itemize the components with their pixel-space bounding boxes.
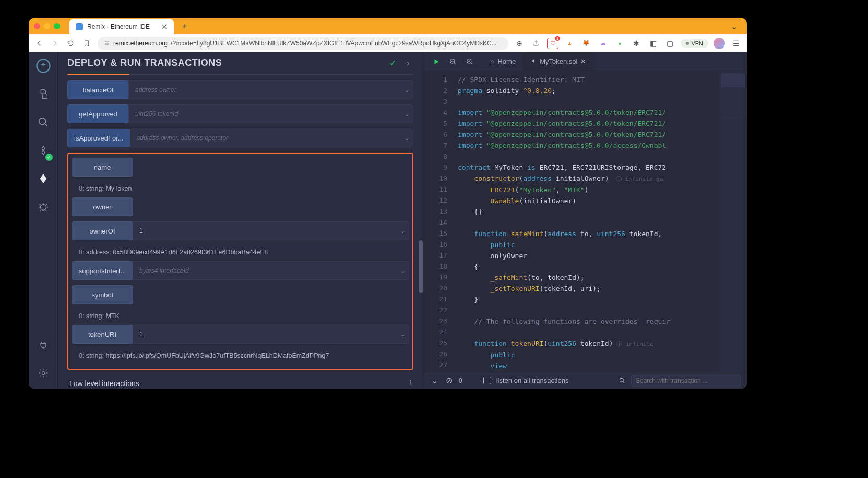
- remix-favicon: [76, 23, 83, 30]
- editor-body[interactable]: 1234567891011121314151617181920212223242…: [423, 71, 747, 372]
- fn-balanceOf-input[interactable]: [135, 86, 407, 94]
- close-window[interactable]: [34, 23, 40, 29]
- svg-point-2: [40, 204, 46, 210]
- deploy-run-panel: DEPLOY & RUN TRANSACTIONS ✓ › balanceOf …: [58, 52, 423, 389]
- minimap[interactable]: [719, 71, 747, 372]
- window-controls: [34, 23, 60, 29]
- fn-ownerOf: ownerOf ⌄: [72, 221, 409, 240]
- tab-home[interactable]: ⌂Home: [483, 52, 523, 71]
- listen-checkbox[interactable]: [483, 377, 491, 384]
- svg-point-3: [42, 372, 44, 375]
- fn-getApproved-button[interactable]: getApproved: [67, 104, 129, 123]
- panel-next-icon[interactable]: ›: [403, 58, 413, 68]
- fn-owner-button[interactable]: owner: [72, 197, 133, 216]
- puzzle-icon[interactable]: ✱: [631, 38, 642, 49]
- forward-icon[interactable]: [50, 38, 60, 49]
- file-explorer-icon[interactable]: [34, 85, 53, 103]
- sidebar-icon[interactable]: ◧: [647, 38, 659, 49]
- panel-scrollbar[interactable]: [419, 240, 423, 293]
- tab-dropdown-icon[interactable]: ⌄: [727, 19, 742, 33]
- close-tab-icon[interactable]: ✕: [580, 57, 586, 65]
- ext2-icon[interactable]: ●: [614, 38, 625, 49]
- fn-isApprovedForAll: isApprovedFor... ⌄: [67, 129, 413, 147]
- settings-icon[interactable]: [34, 364, 53, 382]
- back-icon[interactable]: [34, 38, 44, 49]
- fn-isApprovedForAll-input[interactable]: [137, 134, 407, 142]
- brave-icon[interactable]: ▲: [564, 38, 575, 49]
- code-content[interactable]: // SPDX-License-Identifier: MIT pragma s…: [453, 71, 719, 372]
- debugger-icon[interactable]: [34, 197, 53, 216]
- tune-icon: [104, 40, 110, 46]
- minimize-window[interactable]: [44, 23, 50, 29]
- chevron-down-icon[interactable]: ⌄: [405, 135, 409, 142]
- browser-tab-remix[interactable]: Remix - Ethereum IDE ✕: [69, 19, 174, 34]
- compiler-icon[interactable]: ✓: [34, 141, 53, 160]
- url-field[interactable]: remix.ethereum.org/?#code=Ly8gU1BEWC1MaW…: [98, 37, 508, 50]
- play-icon[interactable]: [431, 56, 442, 67]
- terminal-search-input[interactable]: [631, 375, 741, 387]
- fn-name-button[interactable]: name: [72, 158, 133, 177]
- tab-title: Remix - Ethereum IDE: [87, 23, 157, 30]
- svg-point-1: [39, 118, 45, 125]
- fn-supportsInterface-button[interactable]: supportsInterf...: [72, 261, 133, 280]
- plugin-icon[interactable]: [34, 335, 53, 354]
- fn-isApprovedForAll-button[interactable]: isApprovedFor...: [67, 129, 130, 147]
- profile-avatar[interactable]: [714, 38, 725, 49]
- fn-tokenURI: tokenURI ⌄: [72, 325, 409, 344]
- low-level-heading: Low level interactions: [69, 379, 409, 388]
- chevron-down-icon[interactable]: ⌄: [400, 267, 405, 274]
- collapse-icon[interactable]: ⌄: [430, 376, 439, 386]
- menu-icon[interactable]: ☰: [730, 38, 742, 49]
- fn-tokenURI-input[interactable]: [139, 331, 402, 338]
- highlighted-section: name 0: string: MyToken owner ownerOf ⌄ …: [67, 153, 413, 370]
- tab-mytoken[interactable]: MyToken.sol✕: [523, 52, 593, 71]
- zoom-out-icon[interactable]: [447, 56, 459, 67]
- search-terminal-icon[interactable]: [617, 376, 627, 386]
- zoom-in-icon[interactable]: [464, 56, 475, 67]
- deploy-icon[interactable]: [34, 169, 53, 188]
- remix-logo-icon[interactable]: [34, 56, 53, 75]
- home-icon: ⌂: [490, 57, 494, 66]
- chevron-down-icon[interactable]: ⌄: [400, 228, 405, 235]
- solidity-icon: [530, 59, 537, 65]
- ublock-icon[interactable]: 🛡1: [547, 38, 558, 49]
- clear-icon[interactable]: ⊘: [444, 376, 454, 386]
- fn-supportsInterface: supportsInterf... ⌄: [72, 261, 409, 280]
- terminal-bar: ⌄ ⊘ 0 listen on all transactions: [423, 372, 747, 389]
- vpn-badge[interactable]: VPN: [681, 39, 708, 48]
- new-tab-button[interactable]: +: [178, 21, 192, 32]
- url-domain: remix.ethereum.org: [113, 40, 168, 47]
- close-tab-icon[interactable]: ✕: [161, 22, 168, 31]
- bookmark-icon[interactable]: [81, 38, 92, 49]
- fn-symbol-button[interactable]: symbol: [72, 285, 133, 304]
- pending-count: 0: [459, 377, 462, 384]
- fn-ownerOf-input[interactable]: [139, 227, 402, 235]
- fn-tokenURI-button[interactable]: tokenURI: [72, 325, 133, 344]
- panel-title: DEPLOY & RUN TRANSACTIONS: [67, 57, 382, 68]
- fn-getApproved: getApproved ⌄: [67, 104, 413, 123]
- fn-balanceOf-button[interactable]: balanceOf: [67, 80, 129, 99]
- fn-balanceOf: balanceOf ⌄: [67, 80, 413, 99]
- url-path: /?#code=Ly8gU1BEWC1MaWNlbnNlLUlkZW50aWZp…: [171, 40, 497, 47]
- fn-supportsInterface-input[interactable]: [139, 267, 402, 274]
- ext1-icon[interactable]: ☁: [597, 38, 609, 49]
- fn-getApproved-input[interactable]: [135, 110, 407, 118]
- progress-bar: [67, 74, 413, 75]
- share-icon[interactable]: [530, 38, 542, 49]
- window-icon[interactable]: ▢: [664, 38, 675, 49]
- chevron-down-icon[interactable]: ⌄: [400, 331, 405, 338]
- info-icon[interactable]: i: [409, 379, 411, 388]
- search-icon[interactable]: [34, 113, 53, 132]
- fn-ownerOf-button[interactable]: ownerOf: [72, 221, 133, 240]
- confirm-icon[interactable]: ✓: [387, 58, 398, 68]
- address-bar: remix.ethereum.org/?#code=Ly8gU1BEWC1MaW…: [29, 34, 747, 52]
- fn-symbol-result: 0: string: MTK: [72, 309, 409, 325]
- maximize-window[interactable]: [54, 23, 60, 29]
- fn-tokenURI-result: 0: string: https://ipfs.io/ipfs/QmUFbUjA…: [72, 349, 409, 365]
- zoom-icon[interactable]: ⊕: [514, 38, 525, 49]
- reload-icon[interactable]: [65, 38, 76, 49]
- chevron-down-icon[interactable]: ⌄: [405, 111, 409, 118]
- listen-label: listen on all transactions: [496, 377, 569, 384]
- chevron-down-icon[interactable]: ⌄: [405, 87, 409, 94]
- metamask-icon[interactable]: 🦊: [580, 38, 592, 49]
